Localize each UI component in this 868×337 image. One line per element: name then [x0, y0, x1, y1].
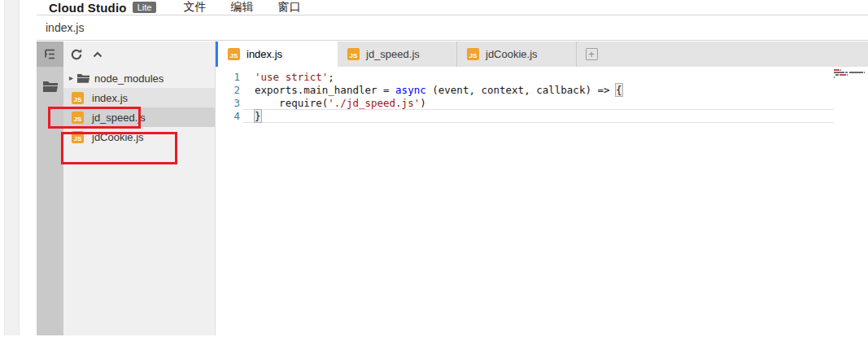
tab-label: index.js	[246, 48, 282, 60]
minimap-mark	[834, 77, 835, 78]
menu-item-1[interactable]: 编辑	[230, 0, 253, 15]
tab-index-js[interactable]: JSindex.js	[218, 42, 338, 67]
js-file-icon: JS	[467, 48, 479, 60]
minimap-mark	[840, 69, 841, 71]
file-name: node_modules	[94, 72, 164, 85]
code-editor[interactable]: 1'use strict';2exports.main_handler = as…	[216, 67, 868, 335]
code-token: ;	[328, 71, 334, 83]
file-name: index.js	[92, 92, 128, 104]
minimap-mark	[845, 72, 848, 73]
minimap-mark	[835, 74, 839, 76]
code-token: async	[395, 84, 426, 96]
new-tab-button[interactable]: +	[577, 42, 606, 67]
file-name: jd_speed.js	[92, 112, 146, 124]
tab-label: jd_speed.js	[366, 48, 420, 60]
file-explorer-panel: ▸node_modulesJSindex.jsJSjd_speed.jsJSjd…	[63, 42, 216, 335]
tab-jdCookie-js[interactable]: JSjdCookie.js	[457, 42, 577, 67]
minimap-mark	[834, 69, 840, 71]
file-tree-row-jd_speed-js[interactable]: JSjd_speed.js	[63, 107, 215, 127]
code-line-1[interactable]: 1'use strict';	[216, 71, 868, 84]
expand-arrow-icon[interactable]: ▸	[69, 74, 77, 82]
minimap-mark	[840, 74, 846, 76]
line-number: 1	[216, 71, 240, 84]
line-number: 3	[216, 97, 240, 110]
code-line-2[interactable]: 2exports.main_handler = async (event, co…	[216, 84, 868, 97]
code-token: )	[420, 97, 426, 109]
file-tree-row-index-js[interactable]: JSindex.js	[63, 88, 215, 107]
minimap-line	[834, 72, 866, 73]
collapse-all-icon[interactable]	[92, 49, 103, 60]
code-token: 'use strict'	[255, 71, 328, 83]
code-text: exports.main_handler = async (event, con…	[255, 84, 622, 97]
file-tree-row-node_modules[interactable]: ▸node_modules	[63, 68, 215, 88]
js-file-icon: JS	[347, 48, 360, 60]
menu-item-0[interactable]: 文件	[183, 0, 206, 15]
plus-icon: +	[586, 48, 598, 60]
text-cursor	[261, 111, 262, 121]
refresh-icon[interactable]	[70, 48, 83, 61]
file-manager-button[interactable]	[37, 70, 63, 103]
code-token: exports.main_handler =	[255, 84, 395, 96]
breadcrumb-bar: index.js	[37, 15, 868, 41]
cloud-studio-window: Cloud Studio Lite 文件编辑窗口 index.js	[37, 0, 868, 335]
file-name: jdCookie.js	[92, 131, 144, 143]
code-token: './jd_speed.js'	[328, 97, 420, 109]
minimap-mark	[864, 72, 865, 73]
folder-icon	[77, 73, 89, 83]
line-number: 4	[216, 110, 240, 123]
tab-label: jdCookie.js	[486, 48, 538, 60]
activity-bar	[37, 42, 63, 335]
lite-badge: Lite	[133, 2, 157, 13]
code-token: (event, context, callback) =>	[426, 84, 616, 96]
file-tree: ▸node_modulesJSindex.jsJSjd_speed.jsJSjd…	[63, 67, 215, 147]
line-number: 2	[216, 84, 240, 97]
main-content: ▸node_modulesJSindex.jsJSjd_speed.jsJSjd…	[37, 42, 868, 335]
minimap-mark	[847, 74, 848, 76]
menu-item-2[interactable]: 窗口	[277, 0, 300, 15]
tree-view-icon	[43, 47, 57, 61]
code-token: require(	[255, 97, 328, 109]
js-file-icon: JS	[228, 48, 240, 60]
code-token: {	[616, 84, 622, 96]
menu-bar: Cloud Studio Lite 文件编辑窗口	[37, 0, 868, 15]
js-file-icon: JS	[72, 131, 84, 143]
code-text: }	[255, 110, 262, 123]
minimap[interactable]	[834, 69, 866, 79]
code-text: 'use strict';	[255, 71, 334, 84]
menu-items: 文件编辑窗口	[183, 0, 300, 15]
minimap-mark	[834, 72, 844, 73]
minimap-line	[834, 77, 866, 78]
page-left-gutter	[4, 0, 20, 335]
minimap-line	[834, 69, 866, 71]
editor-column: JSindex.jsJSjd_speed.jsJSjdCookie.js+ 1'…	[216, 42, 868, 335]
tab-bar: JSindex.jsJSjd_speed.jsJSjdCookie.js+	[216, 42, 868, 67]
tab-jd_speed-js[interactable]: JSjd_speed.js	[338, 42, 457, 67]
code-line-4[interactable]: 4}	[216, 110, 868, 123]
file-tree-row-jdCookie-js[interactable]: JSjdCookie.js	[63, 127, 215, 147]
code-line-3[interactable]: 3 require('./jd_speed.js')	[216, 97, 868, 110]
explorer-header	[63, 42, 215, 67]
breadcrumb: index.js	[46, 21, 84, 34]
code-token: }	[255, 110, 261, 122]
app-title: Cloud Studio	[49, 1, 127, 15]
js-file-icon: JS	[72, 112, 84, 124]
explorer-view-button[interactable]	[37, 42, 63, 67]
minimap-mark	[849, 72, 863, 73]
js-file-icon: JS	[72, 92, 84, 104]
folder-icon	[43, 81, 58, 92]
minimap-line	[834, 74, 866, 76]
code-text: require('./jd_speed.js')	[255, 97, 426, 110]
